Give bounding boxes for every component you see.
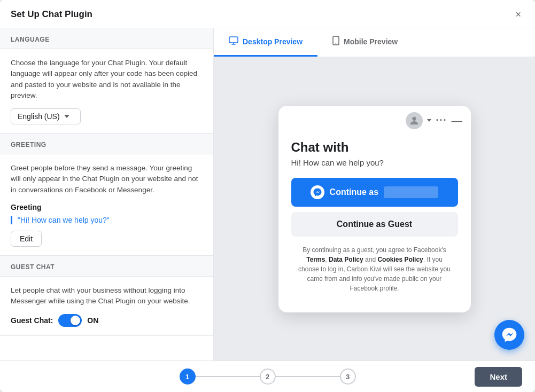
guest-chat-description: Let people chat with your business witho… <box>11 285 203 307</box>
terms-link[interactable]: Terms <box>306 256 325 263</box>
step-1: 1 <box>180 369 196 385</box>
guest-chat-row: Guest Chat: ON <box>11 314 203 327</box>
chevron-down-icon <box>64 115 69 118</box>
edit-greeting-button[interactable]: Edit <box>11 231 42 247</box>
step-3: 3 <box>340 369 356 385</box>
modal-header: Set Up Chat Plugin × <box>0 0 535 28</box>
tab-desktop-preview[interactable]: Desktop Preview <box>214 28 317 57</box>
minimize-icon[interactable]: — <box>452 115 462 126</box>
cookies-policy-link[interactable]: Cookies Policy <box>377 256 423 263</box>
preview-area: ··· — Chat with Hi! How can we help you? <box>214 57 535 360</box>
messenger-icon <box>311 185 324 199</box>
left-panel: LANGUAGE Choose the language for your Ch… <box>0 28 214 360</box>
greeting-label: Greeting <box>11 203 203 211</box>
greeting-description: Greet people before they send a message.… <box>11 163 203 195</box>
tabs-bar: Desktop Preview Mobile Preview <box>214 28 535 57</box>
chat-card: ··· — Chat with Hi! How can we help you? <box>278 106 471 312</box>
tab-mobile-preview[interactable]: Mobile Preview <box>317 28 413 57</box>
chat-card-header: ··· — <box>278 106 471 136</box>
continue-as-name <box>384 186 438 198</box>
guest-chat-section-body: Let people chat with your business witho… <box>0 277 213 336</box>
avatar-dropdown-icon[interactable] <box>427 119 431 122</box>
tab-mobile-label: Mobile Preview <box>344 37 398 46</box>
legal-text: By continuing as a guest, you agree to F… <box>291 245 458 293</box>
tab-desktop-label: Desktop Preview <box>243 37 303 46</box>
language-description: Choose the language for your Chat Plugin… <box>11 58 203 101</box>
chat-with-title: Chat with <box>291 140 458 155</box>
toggle-thumb <box>71 316 80 325</box>
greeting-section-body: Greet people before they send a message.… <box>0 154 213 256</box>
chat-card-body: Chat with Hi! How can we help you? Conti… <box>278 136 471 302</box>
setup-chat-plugin-modal: Set Up Chat Plugin × LANGUAGE Choose the… <box>0 0 535 392</box>
language-section-body: Choose the language for your Chat Plugin… <box>0 49 213 134</box>
right-panel: Desktop Preview Mobile Preview <box>214 28 535 360</box>
guest-chat-toggle[interactable] <box>58 314 82 327</box>
toggle-on-label: ON <box>87 316 98 325</box>
continue-as-button[interactable]: Continue as <box>291 178 458 207</box>
messenger-fab-button[interactable] <box>494 320 524 350</box>
svg-rect-0 <box>229 37 238 43</box>
guest-chat-label: Guest Chat: <box>11 316 53 325</box>
chat-greeting-text: Hi! How can we help you? <box>291 158 458 167</box>
step-2: 2 <box>260 369 276 385</box>
continue-guest-button[interactable]: Continue as Guest <box>291 212 458 237</box>
modal-title: Set Up Chat Plugin <box>11 9 92 20</box>
next-button[interactable]: Next <box>475 367 522 387</box>
continue-as-label: Continue as <box>330 187 379 197</box>
desktop-icon <box>229 36 238 47</box>
more-options-icon[interactable]: ··· <box>436 115 447 126</box>
greeting-section-header: GREETING <box>0 134 213 154</box>
mobile-icon <box>332 36 339 48</box>
greeting-quote: "Hi! How can we help you?" <box>11 216 203 224</box>
svg-point-3 <box>413 116 416 120</box>
close-button[interactable]: × <box>512 9 524 20</box>
stepper: 1 2 3 <box>180 369 356 385</box>
step-line-2 <box>276 376 340 377</box>
step-line-1 <box>196 376 260 377</box>
language-value: English (US) <box>18 112 60 121</box>
modal-footer: 1 2 3 Next <box>0 360 535 392</box>
modal-body: LANGUAGE Choose the language for your Ch… <box>0 28 535 360</box>
data-policy-link[interactable]: Data Policy <box>329 256 363 263</box>
svg-point-2 <box>336 43 337 44</box>
avatar <box>406 112 423 129</box>
language-select[interactable]: English (US) <box>11 108 81 124</box>
guest-chat-section-header: GUEST CHAT <box>0 256 213 277</box>
language-section-header: LANGUAGE <box>0 28 213 49</box>
